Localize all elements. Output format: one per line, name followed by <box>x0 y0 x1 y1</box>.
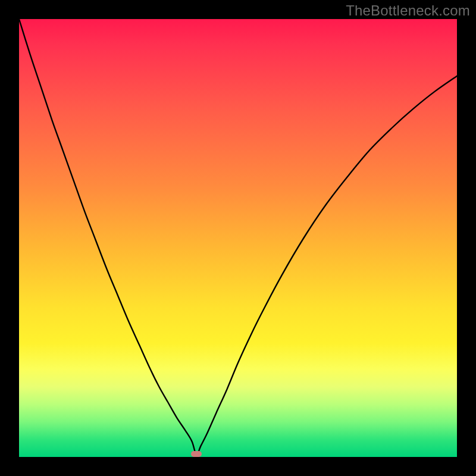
chart-outer-frame: TheBottleneck.com <box>0 0 476 476</box>
chart-plot-area <box>19 19 457 457</box>
watermark-text: TheBottleneck.com <box>346 2 470 19</box>
curve-path <box>19 19 457 455</box>
curve-svg <box>19 19 457 457</box>
minimum-marker <box>191 451 202 457</box>
